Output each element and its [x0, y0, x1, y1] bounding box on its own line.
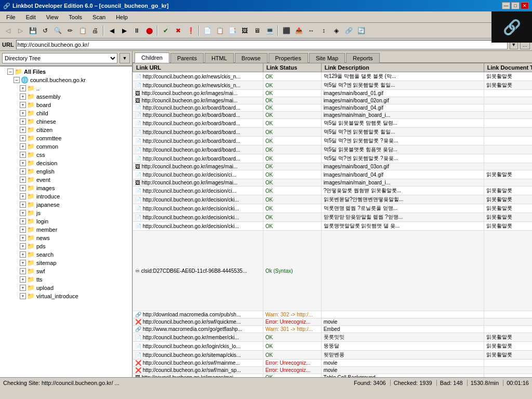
menu-edit[interactable]: Edit	[22, 13, 40, 21]
toolbar-edit-button[interactable]: ✏	[64, 25, 76, 36]
table-row[interactable]: 📄 http://council.bucheon.go.kr/decision/…	[133, 170, 533, 179]
tree-item-images[interactable]: + 📁 images	[1, 184, 131, 192]
tree-expander-tts[interactable]: +	[20, 276, 26, 283]
table-row[interactable]: ♾ clsid:D27CDB6E-AE6D-11cf-96B8-4445535.…	[133, 231, 533, 311]
tab-children[interactable]: Children	[135, 52, 169, 63]
minimize-button[interactable]: —	[502, 2, 510, 9]
tree-expander-japanese[interactable]: +	[20, 202, 26, 208]
tree-expander-all-files[interactable]: –	[7, 69, 14, 75]
tree-item-sitemap[interactable]: + 📁 sitemap	[1, 259, 131, 267]
toolbar-excl-button[interactable]: ❗	[185, 25, 196, 36]
toolbar-v-arrow-button[interactable]: ↕	[318, 25, 329, 36]
tree-item-tts[interactable]: + 📁 tts	[1, 275, 131, 284]
tree-expander-citizen[interactable]: +	[20, 127, 26, 133]
toolbar-nav-back-button[interactable]: ◀	[106, 25, 117, 36]
table-row[interactable]: 📄 http://council.bucheon.go.kr/decision/…	[133, 187, 533, 195]
tree-item-news[interactable]: + 📁 news	[1, 234, 131, 242]
tree-expander-council[interactable]: –	[14, 77, 20, 83]
tree-item-decision[interactable]: + 📁 decision	[1, 159, 131, 167]
table-row[interactable]: 📄 http://council.bucheon.go.kr/news/ckis…	[133, 72, 533, 81]
tree-expander-pds[interactable]: +	[20, 243, 26, 249]
table-row[interactable]: ❌ http://council.bucheon.go.kr/swf/main_…	[133, 367, 533, 374]
table-row[interactable]: 📄 http://council.bucheon.go.kr/board/boa…	[133, 119, 533, 128]
table-row[interactable]: 🖼 http://council.bucheon.go.kr/images/ma…	[133, 374, 533, 378]
sidebar-expand-button[interactable]: ▼	[119, 53, 130, 63]
table-row[interactable]: 📄 http://council.bucheon.go.kr/decision/…	[133, 213, 533, 222]
url-input[interactable]	[16, 40, 508, 49]
close-button[interactable]: ✕	[521, 2, 529, 9]
directory-tree-select[interactable]: Directory Tree	[2, 53, 117, 63]
tree-item-upload[interactable]: + 📁 upload	[1, 284, 131, 292]
table-row[interactable]: 🔗 http://www.macromedia.com/go/getflashp…	[133, 326, 533, 333]
table-row[interactable]: 📄 http://council.bucheon.go.kr/board/boa…	[133, 128, 533, 137]
menu-tools[interactable]: Tools	[64, 13, 86, 21]
menu-help[interactable]: Help	[112, 13, 132, 21]
toolbar-diamond-button[interactable]: ◈	[330, 25, 342, 36]
table-row[interactable]: 🔗 http://download.macromedia.com/pub/sh.…	[133, 311, 533, 318]
table-row[interactable]: 📄 http://council.bucheon.go.kr/member/ck…	[133, 333, 533, 342]
toolbar-refresh-button[interactable]: ↺	[39, 25, 51, 36]
tree-area[interactable]: – 📁 All Files – 🌐 council.bucheon.go.kr …	[0, 66, 132, 377]
tree-item-css[interactable]: + 📁 css	[1, 151, 131, 159]
tree-item-english[interactable]: + 📁 english	[1, 167, 131, 176]
table-row[interactable]: 🖼 http://council.bucheon.go.kr/images/ma…	[133, 90, 533, 97]
tree-expander-commttee[interactable]: +	[20, 135, 26, 141]
tree-expander-common[interactable]: +	[20, 143, 26, 150]
table-row[interactable]: ❌ http://council.bucheon.go.kr/swf/quick…	[133, 318, 533, 326]
toolbar-box-button[interactable]: ⬛	[281, 25, 292, 36]
tree-expander-images[interactable]: +	[20, 185, 26, 191]
tree-expander-english[interactable]: +	[20, 168, 26, 175]
table-row[interactable]: 📄 http://council.bucheon.go.kr/board/boa…	[133, 112, 533, 119]
toolbar-h-arrow-button[interactable]: ↔	[305, 25, 317, 36]
table-row[interactable]: 📄 http://council.bucheon.go.kr/board/boa…	[133, 145, 533, 154]
tree-expander-member[interactable]: +	[20, 227, 26, 233]
tree-expander-virtual_introduce[interactable]: +	[20, 293, 26, 299]
tree-item-chinese[interactable]: + 📁 chinese	[1, 117, 131, 126]
tree-expander-sitemap[interactable]: +	[20, 260, 26, 266]
toolbar-back-button[interactable]: ◁	[2, 25, 14, 36]
toolbar-sync-button[interactable]: 🔄	[355, 25, 367, 36]
table-row[interactable]: 📄 http://council.bucheon.go.kr/decision/…	[133, 204, 533, 213]
tree-item-commttee[interactable]: + 📁 commttee	[1, 134, 131, 142]
tree-expander-css[interactable]: +	[20, 152, 26, 158]
toolbar-copy-button[interactable]: 📋	[77, 25, 88, 36]
tree-expander-introduce[interactable]: +	[20, 193, 26, 200]
tree-item-event[interactable]: + 📁 event	[1, 176, 131, 184]
toolbar-check-button[interactable]: ✔	[160, 25, 171, 36]
table-row[interactable]: 📄 http://council.bucheon.go.kr/board/boa…	[133, 137, 533, 145]
tree-expander-decision[interactable]: +	[20, 160, 26, 166]
tree-item-all-files[interactable]: – 📁 All Files	[1, 68, 131, 76]
toolbar-pause-button[interactable]: ⏸	[131, 25, 142, 36]
maximize-button[interactable]: □	[511, 2, 520, 9]
toolbar-x-button[interactable]: ✖	[172, 25, 184, 36]
tree-item-assembly[interactable]: + 📁 assembly	[1, 92, 131, 101]
menu-file[interactable]: File	[2, 13, 20, 21]
tree-item-swf[interactable]: + 📁 swf	[1, 267, 131, 275]
toolbar-img-button[interactable]: 🖼	[239, 25, 250, 36]
toolbar-link-button[interactable]: 🔗	[343, 25, 354, 36]
toolbar-save-button[interactable]: 💾	[27, 25, 38, 36]
table-row[interactable]: 📄 http://council.bucheon.go.kr/decision/…	[133, 222, 533, 231]
tree-expander-js[interactable]: +	[20, 210, 26, 216]
toolbar-nav-fwd-button[interactable]: ▶	[118, 25, 130, 36]
tree-expander-news[interactable]: +	[20, 235, 26, 241]
tree-expander-upload[interactable]: +	[20, 285, 26, 291]
toolbar-print-button[interactable]: 🖨	[89, 25, 101, 36]
menu-scan[interactable]: Scan	[88, 13, 110, 21]
tab-browse[interactable]: Browse	[235, 53, 268, 63]
tree-expander-login[interactable]: +	[20, 218, 26, 224]
tree-item-dotdot[interactable]: + 📁 ..	[1, 84, 131, 92]
tree-item-virtual_introduce[interactable]: + 📁 virtual_introduce	[1, 292, 131, 300]
tree-item-council[interactable]: – 🌐 council.bucheon.go.kr	[1, 76, 131, 84]
tree-item-japanese[interactable]: + 📁 japanese	[1, 201, 131, 209]
toolbar-export-button[interactable]: 📤	[293, 25, 304, 36]
tree-item-common[interactable]: + 📁 common	[1, 142, 131, 151]
table-row[interactable]: 📄 http://council.bucheon.go.kr/board/boa…	[133, 154, 533, 163]
table-container[interactable]: Link URL Link Status Link Description Li…	[132, 63, 532, 377]
menu-view[interactable]: View	[42, 13, 63, 21]
tree-item-introduce[interactable]: + 📁 introduce	[1, 192, 131, 201]
tree-item-board[interactable]: + 📁 board	[1, 101, 131, 109]
tree-expander-board[interactable]: +	[20, 102, 26, 108]
tree-item-login[interactable]: + 📁 login	[1, 217, 131, 225]
tab-reports[interactable]: Reports	[346, 53, 380, 63]
